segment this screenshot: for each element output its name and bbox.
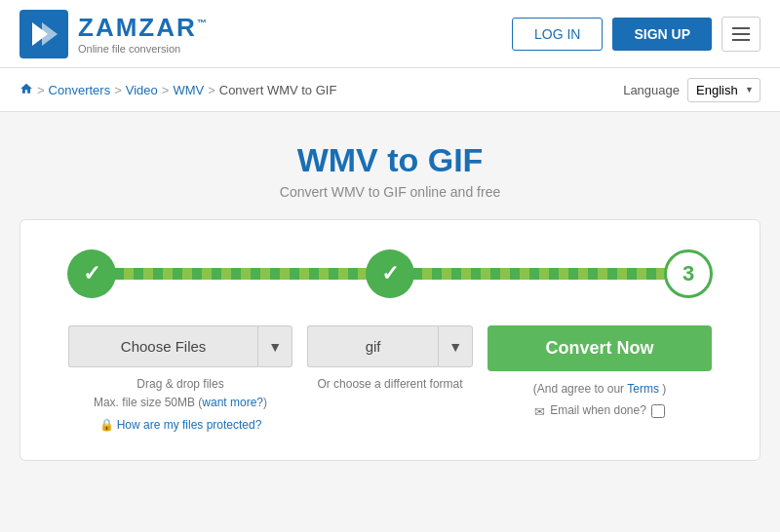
convert-wrapper: Convert Now (And agree to our Terms ) ✉ … xyxy=(488,325,712,423)
max-file-size: Max. file size 50MB (want more?) xyxy=(94,394,267,412)
home-link[interactable] xyxy=(20,82,33,98)
hamburger-button[interactable] xyxy=(722,17,760,52)
breadcrumb-bar: > Converters > Video > WMV > Convert WMV… xyxy=(0,68,780,112)
choose-files-btn-group: Choose Files ▼ xyxy=(68,325,292,367)
main-content: WMV to GIF Convert WMV to GIF online and… xyxy=(0,112,780,480)
hamburger-line xyxy=(732,27,750,29)
format-wrapper: gif ▼ Or choose a different format xyxy=(307,325,473,394)
format-info: Or choose a different format xyxy=(317,375,462,394)
step1-check: ✓ xyxy=(83,261,100,286)
language-label: Language xyxy=(623,83,680,97)
conversion-box: ✓ ✓ 3 Choose Files ▼ Drag & drop files xyxy=(20,219,760,461)
email-done-label: Email when done? xyxy=(550,400,646,422)
step2-circle: ✓ xyxy=(366,249,414,298)
convert-info: (And agree to our Terms ) ✉ Email when d… xyxy=(533,379,667,423)
drag-drop-text: Drag & drop files xyxy=(94,375,267,394)
choose-files-dropdown-button[interactable]: ▼ xyxy=(257,325,292,367)
header-right: LOG IN SIGN UP xyxy=(512,17,760,52)
choose-files-button[interactable]: Choose Files xyxy=(68,325,257,367)
language-area: Language English xyxy=(623,78,760,102)
signup-button[interactable]: SIGN UP xyxy=(612,18,712,51)
logo-text: ZAMZAR™ Online file conversion xyxy=(78,13,209,55)
breadcrumb-sep: > xyxy=(208,83,215,97)
format-dropdown-button[interactable]: ▼ xyxy=(438,325,473,367)
action-row: Choose Files ▼ Drag & drop files Max. fi… xyxy=(50,325,730,436)
home-icon xyxy=(20,82,33,95)
protected-row: 🔒 How are my files protected? xyxy=(94,416,267,435)
hamburger-line xyxy=(732,33,750,35)
video-link[interactable]: Video xyxy=(126,83,158,97)
breadcrumb-sep: > xyxy=(114,83,122,97)
page-subtitle: Convert WMV to GIF online and free xyxy=(20,184,760,200)
step1-circle: ✓ xyxy=(67,249,116,298)
format-button[interactable]: gif xyxy=(307,325,438,367)
breadcrumb: > Converters > Video > WMV > Convert WMV… xyxy=(20,82,336,98)
hamburger-line xyxy=(732,39,750,41)
logo-subtitle: Online file conversion xyxy=(78,43,209,55)
protected-link[interactable]: 🔒 How are my files protected? xyxy=(94,416,267,435)
step3-num: 3 xyxy=(682,261,694,286)
logo-icon xyxy=(20,10,68,58)
step3-circle: 3 xyxy=(664,249,713,298)
steps-row: ✓ ✓ 3 xyxy=(50,249,730,298)
breadcrumb-sep: > xyxy=(162,83,170,97)
step-connector-2 xyxy=(412,268,666,280)
format-btn-group: gif ▼ xyxy=(307,325,473,367)
wmv-link[interactable]: WMV xyxy=(173,83,204,97)
logo-name: ZAMZAR™ xyxy=(78,13,209,43)
email-done-checkbox[interactable] xyxy=(651,404,665,418)
logo-area: ZAMZAR™ Online file conversion xyxy=(20,10,209,58)
terms-link[interactable]: Terms xyxy=(627,382,659,396)
choose-files-info: Drag & drop files Max. file size 50MB (w… xyxy=(94,375,267,436)
step-connector-1 xyxy=(114,268,368,280)
page-title: WMV to GIF xyxy=(20,141,760,179)
convert-now-button[interactable]: Convert Now xyxy=(488,325,712,371)
converters-link[interactable]: Converters xyxy=(49,83,111,97)
page-title-section: WMV to GIF Convert WMV to GIF online and… xyxy=(20,141,760,200)
language-select[interactable]: English xyxy=(687,78,760,102)
choose-files-wrapper: Choose Files ▼ Drag & drop files Max. fi… xyxy=(68,325,292,436)
email-icon: ✉ xyxy=(534,400,545,423)
header: ZAMZAR™ Online file conversion LOG IN SI… xyxy=(0,0,780,68)
login-button[interactable]: LOG IN xyxy=(512,18,603,51)
breadcrumb-current: Convert WMV to GIF xyxy=(219,83,337,97)
breadcrumb-sep: > xyxy=(37,83,45,97)
language-wrapper: English xyxy=(687,78,760,102)
step2-check: ✓ xyxy=(381,261,399,286)
email-done-row: ✉ Email when done? xyxy=(533,400,667,423)
want-more-link[interactable]: want more? xyxy=(202,396,263,409)
agree-text: (And agree to our Terms ) xyxy=(533,379,667,400)
lock-icon: 🔒 xyxy=(99,416,114,435)
